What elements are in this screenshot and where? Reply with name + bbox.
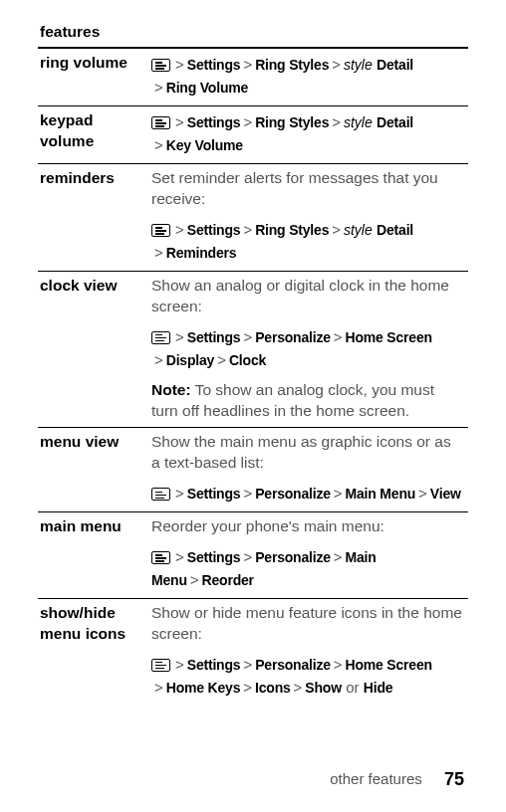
menu-key-icon [151,659,170,672]
menu-key-icon [151,331,170,344]
path-separator: > [329,221,344,238]
feature-name: menu view [38,428,149,511]
path-segment: Ring Volume [166,80,248,96]
path-segment: Home Screen [346,657,432,673]
feature-name: show/hide menu icons [38,598,149,705]
path-segment: Settings [187,222,241,238]
feature-description: Show the main menu as graphic icons or a… [151,432,462,474]
path-separator: > [151,79,166,96]
path-style-placeholder: style [344,222,373,238]
path-segment: Home Screen [346,329,432,345]
path-separator: > [172,56,187,73]
path-separator: > [329,113,344,130]
path-separator: > [172,656,187,673]
path-segment: Key Volume [166,137,243,153]
feature-description: Reorder your phone's main menu: [151,516,462,537]
table-row: menu viewShow the main menu as graphic i… [38,428,468,511]
feature-detail: Show or hide menu feature icons in the h… [149,598,468,705]
feature-description: Show or hide menu feature icons in the h… [151,603,462,645]
path-separator: > [240,328,255,345]
feature-name: keypad volume [38,105,149,163]
path-segment: Main Menu [346,486,416,502]
table-row: keypad volume>Settings>Ring Styles>style… [38,105,468,163]
feature-description: Set reminder alerts for messages that yo… [151,168,462,210]
path-separator: > [331,656,346,673]
table-header: features [38,18,468,48]
path-separator: > [240,485,255,502]
note-label: Note: [151,381,191,398]
path-separator: > [214,351,229,368]
path-segment: Settings [187,549,241,565]
path-segment: Ring Styles [255,114,329,130]
path-segment: Home Keys [166,680,240,696]
table-row: show/hide menu iconsShow or hide menu fe… [38,598,468,705]
path-separator: > [151,136,166,153]
menu-key-icon [151,488,170,501]
menu-key-icon [151,59,170,72]
path-segment: Settings [187,329,241,345]
menu-path: >Settings>Ring Styles>style Detail>Remin… [151,218,462,265]
path-segment: Ring Styles [255,57,329,73]
path-separator: > [240,656,255,673]
path-style-placeholder: style [344,57,373,73]
path-segment: Detail [377,57,413,73]
menu-path: >Settings>Personalize>Main Menu>View [151,482,462,506]
path-separator: > [331,548,346,565]
feature-note: Note: To show an analog clock, you must … [151,380,462,422]
path-separator: > [151,679,166,696]
path-segment: Personalize [255,329,331,345]
path-separator: > [240,113,255,130]
path-segment: Display [166,352,214,368]
path-segment: Detail [377,222,413,238]
path-or: or [346,679,359,696]
path-segment: Settings [187,657,241,673]
path-separator: > [187,571,202,588]
path-separator: > [240,221,255,238]
footer-label: other features [330,770,422,787]
path-separator: > [151,244,166,261]
path-separator: > [415,485,430,502]
path-segment: Clock [229,352,266,368]
path-segment: Personalize [255,657,331,673]
feature-detail: Show an analog or digital clock in the h… [149,271,468,428]
feature-name: reminders [38,163,149,271]
feature-detail: Reorder your phone's main menu:>Settings… [149,511,468,598]
path-segment: Icons [255,680,291,696]
feature-description: Show an analog or digital clock in the h… [151,276,462,317]
path-segment: Detail [377,114,413,130]
path-segment: Personalize [255,486,331,502]
path-segment: View [430,486,461,502]
path-segment: Settings [187,486,241,502]
path-segment: Hide [364,680,393,696]
page-number: 75 [444,769,464,789]
path-separator: > [172,328,187,345]
table-row: main menuReorder your phone's main menu:… [38,511,468,598]
path-separator: > [240,679,255,696]
table-row: clock viewShow an analog or digital cloc… [38,271,468,428]
path-style-placeholder: style [344,114,373,130]
menu-path: >Settings>Personalize>Main Menu>Reorder [151,545,462,592]
menu-key-icon [151,551,170,564]
path-segment: Personalize [255,549,331,565]
path-separator: > [331,328,346,345]
path-segment: Settings [187,114,241,130]
feature-detail: >Settings>Ring Styles>style Detail>Ring … [149,48,468,106]
feature-name: clock view [38,271,149,428]
path-separator: > [240,548,255,565]
feature-detail: Set reminder alerts for messages that yo… [149,163,468,271]
menu-path: >Settings>Ring Styles>style Detail>Key V… [151,110,462,157]
path-separator: > [331,485,346,502]
page-footer: other features 75 [330,769,464,790]
menu-key-icon [151,224,170,237]
path-segment: Settings [187,57,241,73]
table-row: ring volume>Settings>Ring Styles>style D… [38,48,468,106]
menu-path: >Settings>Personalize>Home Screen>Home K… [151,653,462,700]
path-segment: Show [305,680,342,696]
menu-key-icon [151,116,170,129]
features-table: features ring volume>Settings>Ring Style… [38,18,468,706]
path-segment: Ring Styles [255,222,329,238]
path-separator: > [291,679,306,696]
feature-name: main menu [38,511,149,598]
path-separator: > [329,56,344,73]
note-text: To show an analog clock, you must turn o… [151,381,434,419]
